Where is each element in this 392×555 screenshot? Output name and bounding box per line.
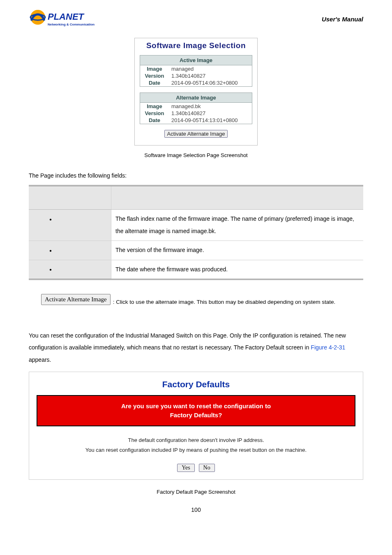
manual-label: User's Manual	[322, 16, 363, 23]
brand-logo: PLANET Networking & Communication	[29, 8, 103, 30]
yes-button[interactable]: Yes	[177, 464, 194, 472]
figure-reference-link[interactable]: Figure 4-2-31	[311, 344, 345, 351]
factory-warning-banner: Are you sure you want to reset the confi…	[37, 395, 355, 426]
factory-intro: You can reset the configuration of the I…	[29, 330, 363, 366]
page-number: 100	[29, 506, 363, 513]
bullet-icon: ●	[49, 246, 52, 255]
text: appears.	[29, 356, 51, 363]
active-image-table: Active Image Imagemanaged Version1.340b1…	[140, 55, 252, 87]
label: Version	[140, 72, 169, 79]
value: 2014-09-05T14:13:01+0800	[169, 117, 252, 124]
no-button[interactable]: No	[199, 464, 215, 472]
figure-caption: Software Image Selection Page Screenshot	[29, 152, 363, 158]
label: Version	[140, 110, 169, 117]
table-row: ●	[29, 260, 111, 279]
svg-text:PLANET: PLANET	[48, 12, 85, 22]
alternate-image-table: Alternate Image Imagemanaged.bk Version1…	[140, 92, 252, 124]
figure-caption: Factory Default Page Screenshot	[29, 489, 363, 495]
fields-table: ● The flash index name of the firmware i…	[29, 185, 363, 280]
label: Date	[140, 79, 169, 87]
table-cell: The version of the firmware image.	[111, 241, 364, 260]
value: 1.340b140827	[169, 110, 252, 117]
activate-alternate-image-button[interactable]: Activate Alternate Image	[164, 130, 228, 138]
bullet-icon: ●	[49, 265, 52, 274]
software-image-selection-panel: Software Image Selection Active Image Im…	[134, 38, 258, 146]
table-row: ●	[29, 241, 111, 260]
value: managed.bk	[169, 103, 252, 110]
activate-alternate-image-button-inline[interactable]: Activate Alternate Image	[41, 294, 111, 305]
label: Image	[140, 103, 169, 110]
value: 2014-09-05T14:06:32+0800	[169, 79, 252, 87]
svg-text:Networking & Communication: Networking & Communication	[48, 23, 95, 26]
alternate-image-heading: Alternate Image	[140, 93, 252, 103]
factory-defaults-title: Factory Defaults	[29, 379, 363, 389]
note-line: You can reset configuration included IP …	[85, 447, 307, 453]
table-cell: The date where the firmware was produced…	[111, 260, 364, 279]
table-row: ●	[29, 210, 111, 241]
activate-note-text: : Click to use the alternate image. This…	[113, 299, 336, 305]
label: Image	[140, 65, 169, 73]
warning-line: Factory Defaults?	[170, 412, 222, 419]
warning-line: Are you sure you want to reset the confi…	[121, 402, 271, 409]
value: 1.340b140827	[169, 72, 252, 79]
text: You can reset the configuration of the I…	[29, 332, 346, 351]
value: managed	[169, 65, 252, 73]
table-cell: The flash index name of the firmware ima…	[111, 210, 364, 241]
active-image-heading: Active Image	[140, 56, 252, 65]
factory-defaults-panel: Factory Defaults Are you sure you want t…	[29, 372, 363, 480]
note-line: The default configuration here doesn't i…	[128, 437, 264, 443]
sis-title: Software Image Selection	[140, 41, 252, 50]
label: Date	[140, 117, 169, 124]
bullet-icon: ●	[49, 215, 52, 224]
fields-intro: The Page includes the following fields:	[29, 170, 363, 182]
